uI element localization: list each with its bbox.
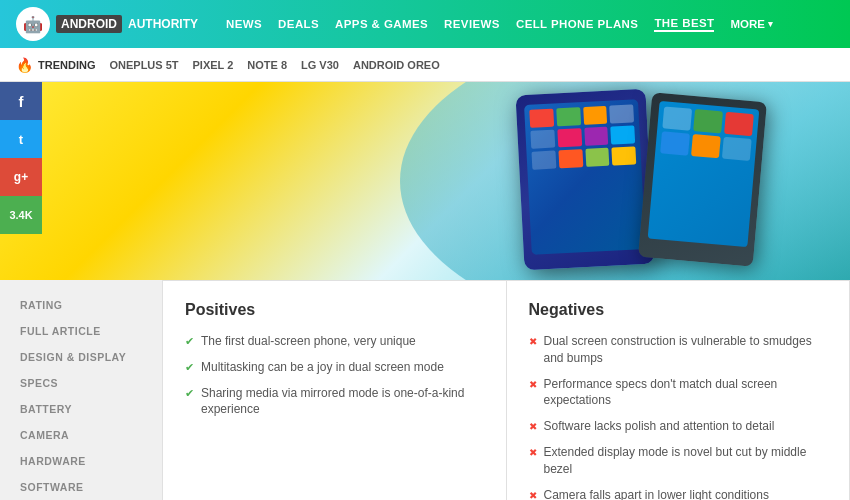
trending-bar: 🔥 TRENDING ONEPLUS 5T PIXEL 2 NOTE 8 LG … <box>0 48 850 82</box>
trending-note[interactable]: NOTE 8 <box>247 59 287 71</box>
list-item: ✔ The first dual-screen phone, very uniq… <box>185 333 484 350</box>
sidebar-item-camera[interactable]: CAMERA <box>0 422 162 448</box>
share-count: 3.4K <box>0 196 42 234</box>
sidebar-item-hardware[interactable]: HARDWARE <box>0 448 162 474</box>
twitter-icon: t <box>19 132 23 147</box>
list-item: ✖ Camera falls apart in lower light cond… <box>529 487 828 500</box>
nav-news[interactable]: NEWS <box>226 18 262 30</box>
nav-apps[interactable]: APPS & GAMES <box>335 18 428 30</box>
positives-col: Positives ✔ The first dual-screen phone,… <box>163 281 507 500</box>
main-nav: NEWS DEALS APPS & GAMES REVIEWS CELL PHO… <box>226 17 773 32</box>
check-icon: ✔ <box>185 334 194 350</box>
x-icon: ✖ <box>529 446 537 478</box>
check-icon: ✔ <box>185 360 194 376</box>
trending-text: TRENDING <box>38 59 95 71</box>
list-item: ✖ Dual screen construction is vulnerable… <box>529 333 828 367</box>
list-item: ✔ Sharing media via mirrored mode is one… <box>185 385 484 419</box>
sidebar-item-software[interactable]: SOFTWARE <box>0 474 162 500</box>
logo-icon: 🤖 <box>16 7 50 41</box>
phone-mockup <box>516 89 655 271</box>
positives-title: Positives <box>185 301 484 319</box>
sidebar-item-specs[interactable]: SPECS <box>0 370 162 396</box>
list-item: ✖ Extended display mode is novel but cut… <box>529 444 828 478</box>
nav-reviews[interactable]: REVIEWS <box>444 18 500 30</box>
trending-oreo[interactable]: ANDROID OREO <box>353 59 440 71</box>
gplus-button[interactable]: g+ <box>0 158 42 196</box>
sidebar-item-rating[interactable]: RATING <box>0 292 162 318</box>
x-icon: ✖ <box>529 489 537 500</box>
sidebar-item-design[interactable]: DESIGN & DISPLAY <box>0 344 162 370</box>
positives-list: ✔ The first dual-screen phone, very uniq… <box>185 333 484 418</box>
hero-image <box>0 82 850 280</box>
x-icon: ✖ <box>529 420 537 435</box>
nav-deals[interactable]: DEALS <box>278 18 319 30</box>
logo-android: ANDROID <box>56 15 122 33</box>
check-icon: ✔ <box>185 386 194 419</box>
review-body: Positives ✔ The first dual-screen phone,… <box>162 280 850 500</box>
pros-cons-section: Positives ✔ The first dual-screen phone,… <box>162 280 850 500</box>
chevron-down-icon: ▾ <box>768 19 773 29</box>
facebook-icon: f <box>19 93 24 110</box>
article-sidebar: RATING FULL ARTICLE DESIGN & DISPLAY SPE… <box>0 280 162 500</box>
nav-more[interactable]: MORE ▾ <box>730 18 773 30</box>
sidebar-item-full-article[interactable]: FULL ARTICLE <box>0 318 162 344</box>
nav-the-best[interactable]: THE BEST <box>654 17 714 32</box>
list-item: ✖ Software lacks polish and attention to… <box>529 418 828 435</box>
list-item: ✖ Performance specs don't match dual scr… <box>529 376 828 410</box>
trending-label-area: 🔥 TRENDING <box>16 57 95 73</box>
gplus-icon: g+ <box>14 170 28 184</box>
fire-icon: 🔥 <box>16 57 33 73</box>
facebook-button[interactable]: f <box>0 82 42 120</box>
logo-authority: AUTHORITY <box>128 17 198 31</box>
sidebar-item-battery[interactable]: BATTERY <box>0 396 162 422</box>
trending-oneplus[interactable]: ONEPLUS 5T <box>109 59 178 71</box>
x-icon: ✖ <box>529 378 537 410</box>
x-icon: ✖ <box>529 335 537 367</box>
trending-lgv30[interactable]: LG V30 <box>301 59 339 71</box>
list-item: ✔ Multitasking can be a joy in dual scre… <box>185 359 484 376</box>
main-content: RATING FULL ARTICLE DESIGN & DISPLAY SPE… <box>0 280 850 500</box>
trending-pixel[interactable]: PIXEL 2 <box>193 59 234 71</box>
logo[interactable]: 🤖 ANDROID AUTHORITY <box>16 7 198 41</box>
twitter-button[interactable]: t <box>0 120 42 158</box>
negatives-title: Negatives <box>529 301 828 319</box>
nav-cell-plans[interactable]: CELL PHONE PLANS <box>516 18 638 30</box>
social-sidebar: f t g+ 3.4K <box>0 82 42 234</box>
negatives-col: Negatives ✖ Dual screen construction is … <box>507 281 850 500</box>
negatives-list: ✖ Dual screen construction is vulnerable… <box>529 333 828 500</box>
site-header: 🤖 ANDROID AUTHORITY NEWS DEALS APPS & GA… <box>0 0 850 48</box>
phone-mockup-2 <box>638 92 767 266</box>
